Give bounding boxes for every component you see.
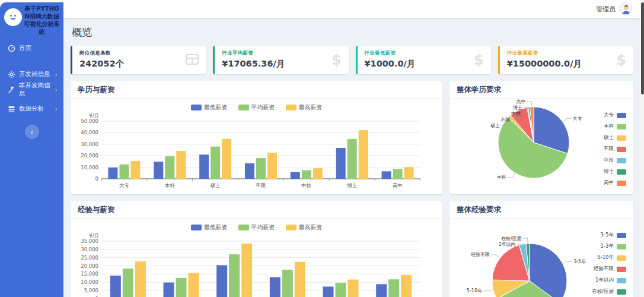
legend-item[interactable]: 1-3年 xyxy=(592,243,626,250)
svg-text:25,000: 25,000 xyxy=(81,255,98,261)
page-title: 概览 xyxy=(72,26,632,39)
legend-swatch xyxy=(617,124,626,129)
stat-label: 岗位信息条数 xyxy=(79,50,199,57)
sidebar-item-dev-jobs[interactable]: 开发岗信息 › xyxy=(0,67,63,82)
panel-education-pie: 整体学历要求 大专本科硕士不限中技博士高中 大专本科硕士不限中技博士高中 xyxy=(449,81,633,194)
svg-text:大专: 大专 xyxy=(119,182,130,188)
legend-label: 1年以内 xyxy=(595,277,614,284)
svg-text:50,000: 50,000 xyxy=(81,118,98,124)
legend-swatch xyxy=(617,289,626,295)
sidebar-item-data-analysis[interactable]: 数据分析 › xyxy=(0,101,63,116)
legend-swatch xyxy=(617,267,626,272)
stat-value: 242052个 xyxy=(79,58,199,69)
svg-text:中技: 中技 xyxy=(301,182,312,188)
legend-item[interactable]: 5-10年 xyxy=(592,254,626,261)
stat-label: 行业最低薪资 xyxy=(365,50,484,57)
dollar-icon: $ xyxy=(474,53,484,67)
legend-swatch xyxy=(617,278,626,283)
legend-item[interactable]: 最低薪资 xyxy=(191,103,228,112)
svg-text:博士: 博士 xyxy=(347,182,358,188)
sidebar-collapse-button[interactable]: ‹ xyxy=(25,125,39,139)
svg-text:¥/月: ¥/月 xyxy=(89,113,99,119)
chevron-right-icon: › xyxy=(55,86,58,94)
stat-cards-row: 岗位信息条数 242052个 行业平均薪资 ¥17065.36/月 $ 行业最低… xyxy=(71,46,633,74)
panels-grid: 学历与薪资 最低薪资平均薪资最高薪资 010,00020,00030,00040… xyxy=(71,81,633,297)
svg-text:不限: 不限 xyxy=(500,117,510,122)
sidebar-item-label: 数据分析 xyxy=(19,105,44,113)
pie-wrap: 大专本科硕士不限中技博士高中 大专本科硕士不限中技博士高中 xyxy=(449,99,633,194)
legend-item[interactable]: 不限 xyxy=(604,146,626,153)
svg-text:不限: 不限 xyxy=(256,182,267,188)
main-content: 概览 岗位信息条数 242052个 行业平均薪资 ¥17065.36/月 $ 行… xyxy=(63,18,640,297)
education-salary-bar-chart: 010,00020,00030,00040,00050,000¥/月大专本科硕士… xyxy=(71,113,442,192)
sidebar-item-label: 首页 xyxy=(19,44,31,52)
pie-wrap: 3-5年1-3年5-10年经验不限1年以内在校/应届 3-5年1-3年5-10年… xyxy=(449,219,633,297)
dollar-icon: $ xyxy=(616,53,626,67)
svg-text:经验不限: 经验不限 xyxy=(471,252,490,257)
legend-item[interactable]: 大专 xyxy=(604,112,626,119)
avatar[interactable] xyxy=(619,2,632,15)
wrench-icon xyxy=(8,86,15,94)
svg-text:5,000: 5,000 xyxy=(84,287,98,293)
legend-item[interactable]: 本科 xyxy=(604,123,626,130)
home-icon xyxy=(8,45,15,52)
username-label: 管理员 xyxy=(596,5,616,14)
legend-item[interactable]: 博士 xyxy=(604,168,626,175)
legend-item[interactable]: 中技 xyxy=(604,157,626,164)
sidebar-item-home[interactable]: 首页 xyxy=(0,40,63,56)
scrollbar-track[interactable] xyxy=(640,0,644,297)
sidebar-item-label: 开发岗信息 xyxy=(19,70,50,78)
database-icon xyxy=(8,105,15,113)
legend-swatch xyxy=(238,225,249,230)
legend-item[interactable]: 最高薪资 xyxy=(286,103,323,112)
legend-label: 大专 xyxy=(604,112,614,119)
legend-item[interactable]: 在校/应届 xyxy=(592,288,626,295)
legend-label: 硕士 xyxy=(604,134,614,141)
svg-text:大专: 大专 xyxy=(573,116,582,121)
legend-label: 经验不限 xyxy=(594,266,614,273)
legend-item[interactable]: 高中 xyxy=(604,179,626,187)
legend-swatch xyxy=(617,113,626,118)
legend-item[interactable]: 平均薪资 xyxy=(238,223,275,232)
legend-label: 博士 xyxy=(604,168,614,175)
svg-text:本科: 本科 xyxy=(165,182,176,188)
legend-item[interactable]: 硕士 xyxy=(604,134,626,141)
legend-item[interactable]: 经验不限 xyxy=(592,266,626,273)
svg-text:本科: 本科 xyxy=(496,175,506,180)
grid-icon xyxy=(186,53,199,67)
stat-card-avg-salary: 行业平均薪资 ¥17065.36/月 $ xyxy=(213,46,348,74)
svg-text:10,000: 10,000 xyxy=(81,279,98,285)
svg-text:高中: 高中 xyxy=(393,182,403,188)
legend-item[interactable]: 1年以内 xyxy=(592,277,626,284)
app-title: 基于PYTHON招聘大数据可视化分析系统 xyxy=(22,4,60,36)
legend-item[interactable]: 最高薪资 xyxy=(286,223,323,232)
legend-swatch xyxy=(617,158,626,163)
legend-item[interactable]: 最低薪资 xyxy=(191,223,228,232)
legend-label: 高中 xyxy=(604,179,614,187)
legend-item[interactable]: 平均薪资 xyxy=(238,103,275,112)
user-menu[interactable]: 管理员 xyxy=(596,2,632,15)
legend-swatch xyxy=(617,147,626,152)
bar-chart-svg: 010,00020,00030,00040,00050,000¥/月大专本科硕士… xyxy=(71,113,429,190)
legend-swatch xyxy=(617,181,626,186)
sidebar-item-label: 非开发岗信息 xyxy=(19,81,55,98)
svg-text:中技: 中技 xyxy=(511,111,521,116)
legend-label: 1-3年 xyxy=(601,243,614,250)
svg-text:3-5年: 3-5年 xyxy=(573,259,586,264)
legend-swatch xyxy=(238,105,249,110)
svg-text:10,000: 10,000 xyxy=(81,165,98,170)
svg-text:高中: 高中 xyxy=(516,99,525,105)
svg-text:硕士: 硕士 xyxy=(490,123,500,128)
chevron-right-icon: › xyxy=(55,105,58,113)
sidebar-item-nondev-jobs[interactable]: 非开发岗信息 › xyxy=(0,82,63,97)
legend-swatch xyxy=(191,105,202,110)
panel-title: 经验与薪资 xyxy=(71,201,442,219)
scrollbar-thumb[interactable] xyxy=(641,2,644,94)
sidebar: 基于PYTHON招聘大数据可视化分析系统 首页 开发岗信息 › xyxy=(0,2,63,297)
svg-text:5-10年: 5-10年 xyxy=(467,288,482,293)
chevron-right-icon: › xyxy=(55,71,58,78)
svg-text:20,000: 20,000 xyxy=(81,153,98,159)
panel-education-salary: 学历与薪资 最低薪资平均薪资最高薪资 010,00020,00030,00040… xyxy=(71,81,442,194)
panel-title: 整体学历要求 xyxy=(449,81,633,99)
legend-item[interactable]: 3-5年 xyxy=(592,232,626,239)
